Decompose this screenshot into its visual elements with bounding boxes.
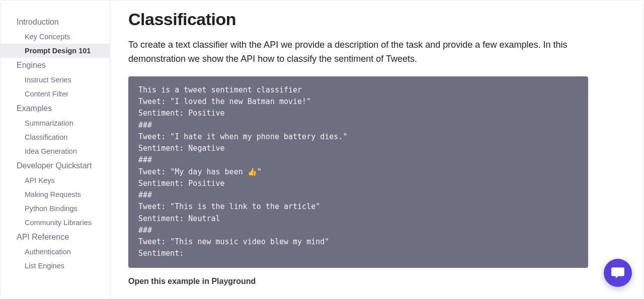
sidebar-section-api-reference[interactable]: API Reference [1, 230, 110, 245]
sidebar-item-list-engines[interactable]: List Engines [1, 259, 110, 273]
sidebar-item-classification[interactable]: Classification [1, 130, 110, 144]
sidebar-item-instruct-series[interactable]: Instruct Series [1, 73, 110, 87]
sidebar-item-authentication[interactable]: Authentication [1, 245, 110, 259]
main-content: Classification To create a text classifi… [110, 1, 643, 298]
sidebar-item-prompt-design-101[interactable]: Prompt Design 101 [1, 44, 110, 58]
chat-icon [610, 265, 625, 280]
page-wrapper: Introduction Key Concepts Prompt Design … [0, 0, 644, 299]
sidebar-item-python-bindings[interactable]: Python Bindings [1, 202, 110, 216]
sidebar-section-examples[interactable]: Examples [1, 101, 110, 116]
chat-widget-button[interactable] [604, 259, 632, 287]
sidebar-item-key-concepts[interactable]: Key Concepts [1, 30, 110, 44]
sidebar-item-summarization[interactable]: Summarization [1, 116, 110, 130]
sidebar-section-engines[interactable]: Engines [1, 58, 110, 73]
sidebar-item-community-libraries[interactable]: Community Libraries [1, 216, 110, 230]
open-in-playground-link[interactable]: Open this example in Playground [128, 277, 256, 286]
sidebar-nav: Introduction Key Concepts Prompt Design … [1, 1, 110, 298]
sidebar-section-developer-quickstart[interactable]: Developer Quickstart [1, 158, 110, 173]
sidebar-section-introduction[interactable]: Introduction [1, 15, 110, 30]
sidebar-item-making-requests[interactable]: Making Requests [1, 187, 110, 202]
code-block: This is a tweet sentiment classifier Twe… [128, 76, 588, 268]
sidebar-item-api-keys[interactable]: API Keys [1, 173, 110, 187]
page-title: Classification [128, 10, 588, 29]
sidebar-item-idea-generation[interactable]: Idea Generation [1, 144, 110, 158]
intro-paragraph: To create a text classifier with the API… [128, 38, 588, 66]
sidebar-item-content-filter[interactable]: Content Filter [1, 87, 110, 101]
